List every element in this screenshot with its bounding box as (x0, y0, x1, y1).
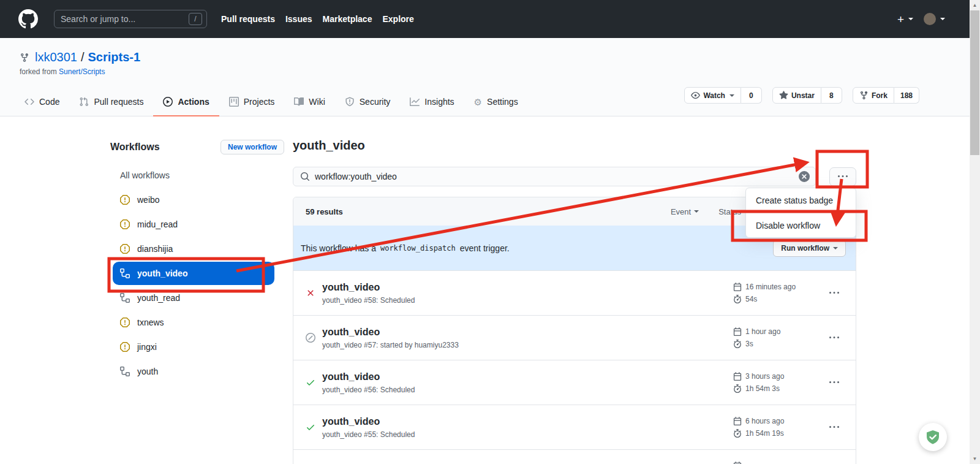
fork-group: Fork 188 (853, 87, 919, 104)
run-title-link[interactable]: youth_video (322, 327, 733, 338)
sidebar-item-youth[interactable]: youth (110, 359, 284, 384)
sidebar-item-midu-read[interactable]: midu_read (110, 212, 284, 237)
sidebar-item-label: youth_read (137, 293, 180, 303)
chevron-down-icon[interactable] (940, 18, 945, 20)
run-row[interactable]: youth_video youth_video #57: started by … (293, 315, 856, 360)
run-workflow-label: Run workflow (781, 244, 829, 253)
watch-button[interactable]: Watch (684, 87, 741, 104)
tab-label: Wiki (309, 97, 325, 107)
run-workflow-button[interactable]: Run workflow (773, 240, 846, 257)
run-row[interactable]: youth_video youth_video #55: Scheduled 6… (293, 405, 856, 449)
avatar[interactable] (924, 13, 936, 25)
run-row[interactable]: youth_video (293, 449, 856, 464)
stopwatch-icon (733, 384, 742, 393)
project-icon (229, 97, 239, 107)
tab-projects[interactable]: Projects (219, 88, 285, 116)
scrollbar-thumb[interactable] (970, 10, 979, 155)
actions-content: Workflows New workflow All workflows wei… (0, 116, 980, 464)
menu-item-create-status-badge[interactable]: Create status badge (746, 188, 856, 213)
nav-link-pull-requests[interactable]: Pull requests (221, 14, 275, 24)
run-options-button[interactable] (825, 288, 843, 298)
global-search-input[interactable] (61, 14, 189, 24)
run-options-button[interactable] (825, 422, 843, 432)
stopwatch-icon (733, 429, 742, 438)
sidebar-item-weibo[interactable]: weibo (110, 188, 284, 212)
sidebar-item-label: weibo (137, 195, 160, 205)
tab-actions[interactable]: Actions (153, 88, 219, 116)
adguard-extension-badge[interactable] (919, 423, 947, 451)
star-count[interactable]: 8 (821, 87, 842, 104)
nav-link-marketplace[interactable]: Marketplace (323, 14, 372, 24)
runs-search-input[interactable] (315, 172, 794, 181)
repo-forked-icon (859, 91, 869, 100)
shield-icon (345, 97, 355, 107)
tab-wiki[interactable]: Wiki (284, 88, 334, 116)
sidebar-item-label: youth_video (137, 268, 187, 278)
chevron-down-icon (729, 94, 734, 97)
tab-insights[interactable]: Insights (400, 88, 464, 116)
nav-link-explore[interactable]: Explore (382, 14, 413, 24)
sidebar-item-txnews[interactable]: txnews (110, 310, 284, 335)
star-group: Unstar 8 (772, 87, 842, 104)
sidebar-item-youth-read[interactable]: youth_read (110, 286, 284, 310)
github-logo-icon[interactable] (18, 9, 38, 29)
nav-link-issues[interactable]: Issues (285, 14, 312, 24)
watch-count[interactable]: 0 (741, 87, 762, 104)
sidebar-item-jingxi[interactable]: jingxi (110, 335, 284, 359)
run-row[interactable]: youth_video youth_video #56: Scheduled 3… (293, 360, 856, 405)
event-filter-label: Event (671, 207, 691, 216)
banner-text-prefix: This workflow has a (301, 243, 376, 253)
run-time: 16 minutes ago (745, 283, 796, 291)
scrollbar-up-arrow[interactable]: ▲ (970, 0, 980, 10)
tab-pull-requests[interactable]: Pull requests (69, 88, 153, 116)
run-description: youth_video #58: Scheduled (322, 296, 733, 305)
scrollbar-down-arrow[interactable]: ▼ (970, 454, 980, 464)
tab-label: Projects (244, 97, 275, 107)
fork-source-link[interactable]: Sunert/Scripts (59, 67, 105, 76)
alert-icon (120, 318, 130, 327)
results-count: 59 results (306, 207, 671, 216)
calendar-icon (733, 327, 742, 336)
fork-count[interactable]: 188 (894, 87, 919, 104)
git-pull-request-icon (79, 97, 89, 107)
cancelled-icon (306, 333, 315, 343)
top-navbar: / Pull requests Issues Marketplace Explo… (0, 0, 970, 38)
code-icon (24, 97, 34, 107)
tab-settings[interactable]: ⚙ Settings (464, 88, 528, 116)
create-new-button[interactable]: + (897, 13, 904, 25)
sidebar-item-label: dianshijia (137, 244, 173, 254)
sidebar-item-all-workflows[interactable]: All workflows (110, 163, 284, 188)
scrollbar: ▲ ▼ (970, 0, 980, 464)
tab-security[interactable]: Security (335, 88, 401, 116)
run-row[interactable]: youth_video youth_video #58: Scheduled 1… (293, 270, 856, 315)
workflow-icon (120, 293, 130, 303)
runs-search (293, 167, 816, 186)
event-filter[interactable]: Event (671, 207, 699, 216)
clear-search-button[interactable] (799, 171, 810, 182)
repo-owner-link[interactable]: lxk0301 (35, 50, 77, 64)
banner-text-suffix: event trigger. (460, 243, 510, 253)
watch-group: Watch 0 (684, 87, 762, 104)
run-title-link[interactable]: youth_video (322, 416, 733, 427)
run-title-link[interactable]: youth_video (322, 371, 733, 382)
sidebar-item-dianshijia[interactable]: dianshijia (110, 237, 284, 261)
menu-item-disable-workflow[interactable]: Disable workflow (746, 213, 856, 237)
fork-button[interactable]: Fork (853, 87, 894, 104)
status-filter[interactable]: Status (718, 207, 749, 216)
kebab-horizontal-icon (829, 288, 839, 298)
chevron-down-icon[interactable] (908, 18, 913, 20)
run-options-button[interactable] (825, 333, 843, 343)
workflows-sidebar: Workflows New workflow All workflows wei… (110, 139, 284, 464)
alert-icon (120, 195, 130, 205)
page-title: youth_video (293, 139, 856, 154)
unstar-button[interactable]: Unstar (772, 87, 821, 104)
new-workflow-button[interactable]: New workflow (221, 140, 284, 154)
repo-name-link[interactable]: Scripts-1 (88, 50, 141, 64)
run-time: 1 hour ago (745, 327, 780, 336)
run-title-link[interactable]: youth_video (322, 282, 733, 293)
alert-icon (120, 219, 130, 229)
sidebar-item-youth-video[interactable]: youth_video (113, 262, 274, 285)
tab-label: Security (360, 97, 391, 107)
tab-code[interactable]: Code (15, 88, 69, 116)
run-options-button[interactable] (825, 378, 843, 387)
